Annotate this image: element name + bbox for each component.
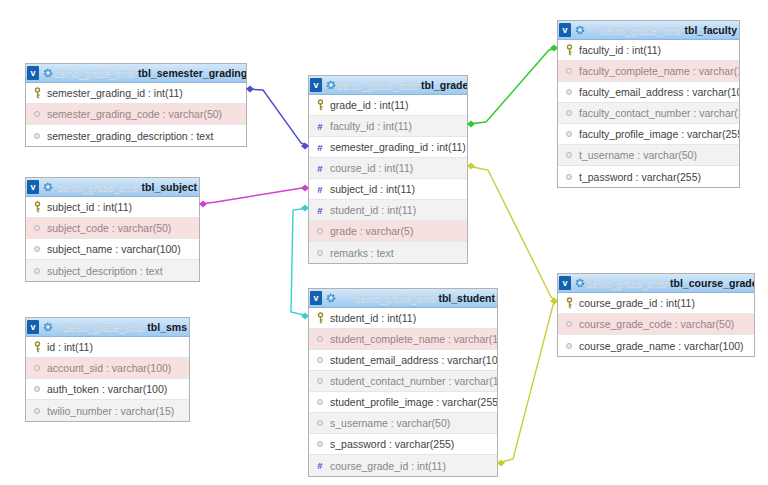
column-row[interactable]: #faculty_id : int(11) (309, 116, 467, 137)
relation-subject-to-grade[interactable] (199, 185, 309, 208)
gear-icon[interactable] (42, 181, 54, 193)
table-header[interactable]: v demo_grade_sms tbl_semester_grading (26, 64, 246, 83)
column-row[interactable]: student_profile_image : varchar(255) (309, 392, 497, 413)
column-row[interactable]: id : int(11) (26, 337, 189, 358)
relation-grade-to-course-grade[interactable] (467, 163, 558, 305)
table-tbl-course-grade[interactable]: v demo_grade_sms tbl_course_grade course… (557, 273, 755, 357)
column-row[interactable]: #course_id : int(11) (309, 158, 467, 179)
column-label: grade_id : int(11) (330, 99, 409, 111)
column-row[interactable]: faculty_contact_number : varchar(15) (558, 103, 739, 124)
gear-icon[interactable] (325, 79, 337, 91)
column-label: subject_id : int(11) (47, 201, 132, 213)
table-header[interactable]: v demo_grade_sms tbl_subject (26, 178, 199, 197)
column-icon (563, 68, 575, 74)
gear-icon[interactable] (574, 24, 586, 36)
table-tbl-student[interactable]: v demo_grade_sms tbl_student student_id … (308, 288, 498, 477)
toggle-columns-icon[interactable]: v (27, 66, 39, 80)
relation-student-to-course-grade[interactable] (497, 301, 557, 467)
database-name: demo_grade_sms (354, 293, 434, 304)
column-row[interactable]: subject_description : text (26, 260, 199, 281)
column-row[interactable]: faculty_profile_image : varchar(255) (558, 124, 739, 145)
column-icon (314, 420, 326, 426)
toggle-columns-icon[interactable]: v (310, 78, 322, 92)
column-row[interactable]: grade_id : int(11) (309, 95, 467, 116)
table-header[interactable]: v demo_grade_sms tbl_student (309, 289, 497, 308)
column-row[interactable]: t_password : varchar(255) (558, 166, 739, 187)
column-label: course_id : int(11) (330, 162, 413, 174)
column-icon (314, 228, 326, 234)
column-row[interactable]: twilio_number : varchar(15) (26, 400, 189, 421)
table-header[interactable]: v demo_grade_sms tbl_course_grade (558, 274, 754, 293)
table-tbl-sms[interactable]: v demo_grade_sms tbl_sms id : int(11)acc… (25, 317, 190, 422)
relation-semester-grading-to-grade[interactable] (246, 86, 309, 150)
column-icon (563, 152, 575, 158)
column-row[interactable]: faculty_id : int(11) (558, 40, 739, 61)
column-row[interactable]: remarks : text (309, 242, 467, 263)
toggle-columns-icon[interactable]: v (310, 291, 322, 305)
gear-icon[interactable] (42, 67, 54, 79)
column-row[interactable]: #subject_id : int(11) (309, 179, 467, 200)
column-row[interactable]: #student_id : int(11) (309, 200, 467, 221)
gear-icon[interactable] (574, 277, 586, 289)
toggle-columns-icon[interactable]: v (27, 180, 39, 194)
column-row[interactable]: semester_grading_code : varchar(50) (26, 104, 246, 125)
column-row[interactable]: t_username : varchar(50) (558, 145, 739, 166)
relation-grade-to-faculty[interactable] (467, 45, 558, 128)
column-row[interactable]: student_complete_name : varchar(150) (309, 329, 497, 350)
table-header[interactable]: v demo_grade_sms tbl_grade (309, 76, 467, 95)
toggle-columns-icon[interactable]: v (559, 276, 571, 290)
table-header[interactable]: v demo_grade_sms tbl_faculty (558, 21, 739, 40)
table-tbl-subject[interactable]: v demo_grade_sms tbl_subject subject_id … (25, 177, 200, 282)
column-label: s_username : varchar(50) (330, 417, 450, 429)
column-icon (563, 110, 575, 116)
table-name: tbl_semester_grading (138, 67, 246, 79)
column-icon (314, 399, 326, 405)
column-label: faculty_contact_number : varchar(15) (579, 107, 739, 119)
index-icon: # (314, 121, 326, 132)
table-name: tbl_sms (147, 321, 187, 333)
column-row[interactable]: subject_id : int(11) (26, 197, 199, 218)
toggle-columns-icon[interactable]: v (27, 320, 39, 334)
column-row[interactable]: semester_grading_id : int(11) (26, 83, 246, 104)
gear-icon[interactable] (325, 292, 337, 304)
column-row[interactable]: s_password : varchar(255) (309, 434, 497, 455)
gear-icon[interactable] (42, 321, 54, 333)
column-row[interactable]: #course_grade_id : int(11) (309, 455, 497, 476)
column-icon (31, 111, 43, 117)
column-row[interactable]: student_email_address : varchar(100) (309, 350, 497, 371)
column-row[interactable]: course_grade_id : int(11) (558, 293, 754, 314)
column-row[interactable]: student_id : int(11) (309, 308, 497, 329)
column-row[interactable]: faculty_email_address : varchar(100) (558, 82, 739, 103)
column-label: id : int(11) (47, 341, 93, 353)
table-tbl-faculty[interactable]: v demo_grade_sms tbl_faculty faculty_id … (557, 20, 740, 188)
database-name: demo_grade_sms (600, 25, 680, 36)
column-icon (563, 343, 575, 349)
table-tbl-semester-grading[interactable]: v demo_grade_sms tbl_semester_grading se… (25, 63, 247, 147)
column-label: t_password : varchar(255) (579, 171, 701, 183)
column-icon (314, 336, 326, 342)
column-label: auth_token : varchar(100) (47, 383, 167, 395)
column-row[interactable]: course_grade_code : varchar(50) (558, 314, 754, 335)
column-row[interactable]: faculty_complete_name : varchar(150) (558, 61, 739, 82)
column-row[interactable]: course_grade_name : varchar(100) (558, 335, 754, 356)
column-row[interactable]: auth_token : varchar(100) (26, 379, 189, 400)
column-row[interactable]: semester_grading_description : text (26, 125, 246, 146)
column-icon (31, 386, 43, 392)
column-row[interactable]: s_username : varchar(50) (309, 413, 497, 434)
column-row[interactable]: student_contact_number : varchar(15) (309, 371, 497, 392)
table-tbl-grade[interactable]: v demo_grade_sms tbl_grade grade_id : in… (308, 75, 468, 264)
column-row[interactable]: subject_code : varchar(50) (26, 218, 199, 239)
column-row[interactable]: subject_name : varchar(100) (26, 239, 199, 260)
primary-key-icon (563, 44, 575, 56)
column-label: student_complete_name : varchar(150) (330, 333, 497, 345)
column-label: faculty_email_address : varchar(100) (579, 86, 739, 98)
toggle-columns-icon[interactable]: v (559, 23, 571, 37)
primary-key-icon (314, 312, 326, 324)
column-row[interactable]: grade : varchar(5) (309, 221, 467, 242)
column-row[interactable]: account_sid : varchar(100) (26, 358, 189, 379)
column-label: semester_grading_code : varchar(50) (47, 108, 222, 120)
relation-grade-to-student[interactable] (291, 205, 309, 320)
table-header[interactable]: v demo_grade_sms tbl_sms (26, 318, 189, 337)
database-name: demo_grade_sms (337, 80, 417, 91)
column-row[interactable]: #semester_grading_id : int(11) (309, 137, 467, 158)
